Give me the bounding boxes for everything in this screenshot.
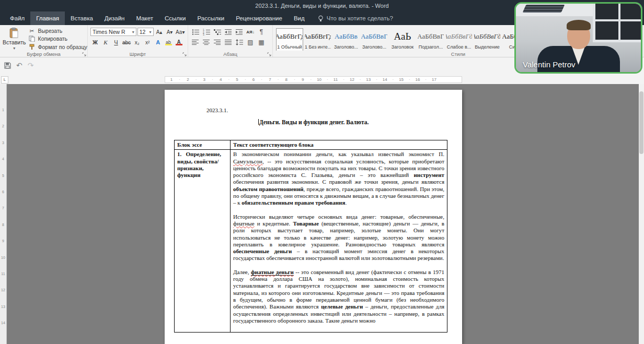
style-chip-Заголово...[interactable]: АаБбВвЗаголово...	[332, 28, 360, 51]
paragraph-dialog-launcher[interactable]	[267, 52, 271, 56]
document-area: 1234567891011121314 2023.3.1. Деньги. Ви…	[0, 84, 644, 344]
highlight-button[interactable]: ab	[164, 38, 173, 47]
clipboard-dialog-launcher[interactable]	[82, 52, 86, 56]
subscript-button[interactable]: х₂	[132, 38, 142, 47]
vertical-ruler[interactable]: 1234567891011121314	[0, 84, 7, 344]
increase-indent-button[interactable]	[235, 27, 244, 37]
text-effects-button[interactable]: А	[153, 38, 163, 47]
document-page[interactable]: 2023.3.1. Деньги. Виды и функции денег. …	[165, 90, 462, 344]
horizontal-ruler[interactable]: 1·2·3·4·5·6·7·8·9·10·11·12·13·14·15·16·1…	[165, 76, 462, 83]
tab-Файл[interactable]: Файл	[4, 11, 30, 25]
cut-button[interactable]: ✂ Вырезать	[28, 27, 87, 34]
style-chip-Заголовок[interactable]: АаЬЗаголовок	[389, 28, 416, 51]
style-chip-Выделение[interactable]: АаБбВвГд,Выделение	[474, 28, 501, 51]
styles-gallery: АаБбВгГд1 ОбычныйАаБбВгГд1 Без инте...Аа…	[275, 27, 530, 51]
office-window	[593, 4, 641, 42]
undo-button[interactable]: ↶	[16, 61, 22, 69]
align-right-button[interactable]	[213, 38, 222, 47]
document-scrollbar[interactable]	[639, 84, 644, 344]
window-mullion	[618, 4, 620, 40]
decrease-indent-button[interactable]	[224, 27, 233, 37]
save-button[interactable]	[4, 62, 11, 69]
paste-icon	[9, 28, 19, 39]
tab-Рецензирование[interactable]: Рецензирование	[230, 11, 288, 25]
sort-button[interactable]: АЯ↓	[246, 27, 255, 37]
style-chip-1 Без инте...[interactable]: АаБбВгГд1 Без инте...	[304, 28, 331, 51]
scrollbar-thumb[interactable]	[639, 91, 643, 154]
tab-Рассылки[interactable]: Рассылки	[192, 11, 231, 25]
justify-icon	[225, 39, 232, 45]
copy-button[interactable]: Копировать	[28, 35, 87, 42]
strikethrough-button[interactable]: abc	[122, 38, 131, 47]
style-chip-1 Обычный[interactable]: АаБбВгГд1 Обычный	[276, 28, 303, 51]
show-marks-button[interactable]: ¶	[257, 27, 266, 37]
align-left-button[interactable]	[191, 38, 200, 47]
decrease-indent-icon	[225, 29, 232, 35]
redo-button[interactable]: ↷	[28, 61, 34, 69]
tell-me-box[interactable]: Что вы хотите сделать?	[318, 11, 393, 25]
multilevel-list-button[interactable]	[213, 27, 222, 37]
format-painter-icon	[28, 44, 36, 50]
tab-Дизайн[interactable]: Дизайн	[99, 11, 131, 25]
style-preview: АаБбВгГд	[277, 29, 303, 44]
style-label: Заголовок	[389, 44, 416, 50]
essay-table: Блок эссе Текст соответствующего блока 1…	[174, 140, 447, 333]
doc-title-text: Деньги. Виды и функции денег. Валюта.	[259, 119, 369, 125]
word-window: 2023.3.1. Деньги, виды и функции, валюта…	[0, 0, 644, 344]
align-left-icon	[192, 39, 199, 45]
style-chip-Слабое в...[interactable]: АаБбВвГд,Слабое в...	[445, 28, 473, 51]
shading-button[interactable]: ▨	[246, 38, 255, 47]
style-label: Заголово...	[361, 44, 387, 50]
tab-stop-selector[interactable]: L	[1, 76, 8, 84]
style-chip-Подзагол...[interactable]: АаБбВвГПодзагол...	[417, 28, 444, 51]
align-center-button[interactable]	[202, 38, 211, 47]
table-header-row: Блок эссе Текст соответствующего блока	[175, 140, 447, 150]
format-painter-button[interactable]: Формат по образцу	[28, 43, 87, 51]
bullets-icon	[192, 29, 200, 35]
style-chip-Заголово...[interactable]: АаБбВвГЗаголово...	[361, 28, 388, 51]
style-label: Подзагол...	[418, 44, 444, 50]
underline-button[interactable]: Ч	[111, 38, 121, 47]
font-dialog-launcher[interactable]	[182, 52, 187, 56]
font-family-combo[interactable]: Times New R ▾	[90, 28, 136, 36]
italic-button[interactable]: К	[101, 38, 110, 47]
justify-button[interactable]	[224, 38, 233, 47]
copy-icon	[28, 35, 36, 42]
multilevel-list-icon	[214, 29, 222, 35]
essay-block-cell: 1. Определение, виды, свойства/признаки,…	[175, 150, 231, 333]
align-right-icon	[214, 39, 221, 45]
numbering-button[interactable]: 1. 2. 3.	[202, 27, 211, 37]
font-color-button[interactable]: А	[174, 38, 183, 47]
font-group-label: Шрифт	[88, 51, 188, 57]
tab-Вставка[interactable]: Вставка	[65, 11, 99, 25]
borders-button[interactable]: ▦	[257, 38, 266, 47]
superscript-button[interactable]: х²	[143, 38, 152, 47]
paste-button[interactable]: Вставить ▾	[3, 27, 26, 51]
line-spacing-icon	[236, 39, 244, 45]
tab-Главная[interactable]: Главная	[30, 11, 65, 25]
bold-button[interactable]: Ж	[90, 38, 100, 47]
tab-Вид[interactable]: Вид	[288, 11, 310, 25]
line-spacing-button[interactable]	[235, 38, 244, 47]
font-size-combo[interactable]: 12 ▾	[137, 28, 154, 36]
bullets-button[interactable]	[191, 27, 200, 37]
tab-Макет[interactable]: Макет	[130, 11, 159, 25]
table-header-block: Блок эссе	[175, 140, 231, 150]
font-family-value: Times New R	[93, 29, 125, 35]
grow-font-button[interactable]: А▴	[155, 27, 164, 37]
style-preview: АаЬ	[389, 29, 416, 44]
highlight-color-bar	[165, 44, 172, 45]
svg-text:3.: 3.	[203, 33, 205, 35]
paragraph-group-label: Абзац	[188, 51, 272, 57]
clipboard-group-label: Буфер обмена	[0, 51, 87, 57]
tab-Ссылки[interactable]: Ссылки	[159, 11, 192, 25]
table-header-text: Текст соответствующего блока	[231, 140, 447, 150]
doc-number: 2023.3.1.	[206, 107, 228, 113]
essay-text-cell: В экономическом понимании деньги, как ук…	[231, 150, 447, 333]
change-case-button[interactable]: Аа▾	[176, 27, 185, 37]
shrink-font-button[interactable]: А▾	[165, 27, 175, 37]
style-label: 1 Без инте...	[305, 44, 331, 50]
style-label: Выделение	[474, 44, 500, 50]
webcam-overlay[interactable]: Valentin Petrov	[514, 2, 642, 74]
save-icon	[4, 62, 11, 69]
